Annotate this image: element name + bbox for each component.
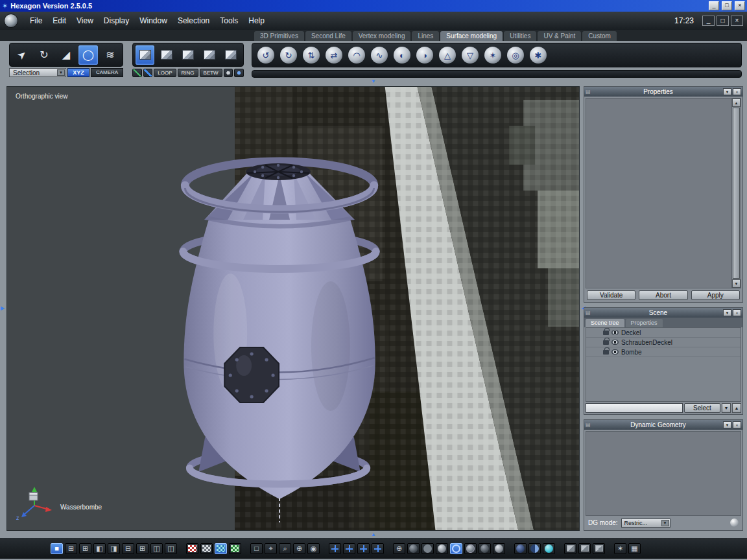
select-button[interactable]: Select (684, 403, 720, 413)
ring-button[interactable]: RING (178, 69, 198, 77)
scene-panel-header[interactable]: ▤ Scene ▼ × (584, 308, 742, 318)
layout-split-vertical-icon[interactable]: ◫ (165, 543, 177, 554)
select-arrow-icon[interactable]: ➤ (12, 45, 32, 65)
menu-display[interactable]: Display (99, 14, 134, 27)
menu-window[interactable]: Window (134, 14, 172, 27)
app-minimize-icon[interactable]: _ (702, 16, 715, 26)
layout-split-right-icon[interactable]: ◨ (108, 543, 120, 554)
betw-button[interactable]: BETW (200, 69, 222, 77)
maximize-icon[interactable]: □ (722, 1, 732, 10)
scrollbar-thumb[interactable] (733, 108, 740, 279)
menu-edit[interactable]: Edit (47, 14, 71, 27)
flat-shade-icon[interactable] (407, 543, 420, 554)
layout-split-vertical-icon[interactable]: ◫ (150, 543, 163, 554)
render-icon[interactable]: ✶ (614, 543, 626, 554)
specular-shade-icon[interactable] (493, 543, 505, 554)
layout-quad-icon[interactable]: ⊞ (79, 543, 91, 554)
zoom-icon[interactable]: ⌕ (279, 543, 291, 554)
title-bar[interactable]: ✶ Hexagon Version 2.5.0.5 _ □ × (0, 0, 747, 12)
scroll-down-icon[interactable]: ▼ (732, 279, 741, 288)
manipulator-rotate-icon[interactable] (343, 543, 355, 554)
zoom-fit-icon[interactable]: ⊕ (293, 543, 305, 554)
tab-utilities[interactable]: Utilities (504, 31, 536, 41)
3d-scene[interactable] (7, 87, 579, 530)
smooth-shade-icon[interactable] (421, 543, 434, 554)
dropdown-arrow-icon[interactable]: ▼ (57, 69, 65, 76)
wireframe-mode-icon[interactable]: ⊕ (393, 543, 405, 554)
dropdown-arrow-icon[interactable]: ▼ (661, 520, 669, 526)
bounding-box-icon[interactable] (564, 543, 576, 554)
marquee-zoom-icon[interactable]: □ (250, 543, 263, 554)
uv-checker-red-icon[interactable] (186, 543, 198, 554)
rotate-select-icon[interactable]: ↻ (34, 45, 54, 65)
apply-button[interactable]: Apply (691, 290, 740, 300)
visibility-eye-icon[interactable] (611, 349, 619, 355)
tab-surface-modeling[interactable]: Surface modeling (440, 31, 503, 41)
circle-select-icon[interactable]: ◯ (78, 45, 98, 65)
loop-button[interactable]: LOOP (154, 69, 176, 77)
surface-tool-icon[interactable]: ∿ (371, 47, 388, 64)
grid-box-icon[interactable] (593, 543, 605, 554)
scroll-up-icon[interactable]: ▲ (732, 99, 741, 107)
surface-tool-icon[interactable]: △ (439, 47, 456, 64)
lasso-select-icon[interactable]: ≋ (101, 45, 120, 65)
textured-shade-icon[interactable] (436, 543, 448, 554)
lock-icon[interactable] (603, 340, 609, 345)
surface-tool-icon[interactable]: ◐ (394, 47, 410, 64)
menu-selection[interactable]: Selection (172, 14, 215, 27)
visibility-eye-icon[interactable] (611, 340, 619, 345)
menu-tools[interactable]: Tools (215, 14, 243, 27)
app-maximize-icon[interactable]: □ (717, 16, 729, 26)
tab-lines[interactable]: Lines (412, 31, 439, 41)
collapse-left-arrow-icon[interactable]: ▶ (1, 306, 5, 311)
ring-select-icon[interactable] (224, 69, 233, 77)
panel-close-icon[interactable]: × (733, 421, 741, 428)
surface-tool-icon[interactable]: ↺ (257, 47, 274, 64)
eye-view-icon[interactable]: ◉ (307, 543, 320, 554)
tree-row[interactable]: Deckel (586, 328, 741, 338)
soft-select-cube-icon[interactable] (136, 45, 154, 65)
manipulator-scale-icon[interactable] (357, 543, 370, 554)
center-view-icon[interactable]: ⌖ (265, 543, 277, 554)
surface-tool-icon[interactable]: ⇄ (326, 47, 342, 64)
minimize-icon[interactable]: _ (709, 1, 719, 10)
surface-tool-icon[interactable]: ↻ (280, 47, 297, 64)
layout-quad-icon[interactable]: ⊞ (136, 543, 148, 554)
properties-panel-header[interactable]: ▤ Properties ▼ × (584, 87, 742, 97)
tab-scene-tree[interactable]: Scene tree (586, 319, 624, 327)
dynamic-geometry-gear-icon[interactable]: ✱ (530, 47, 547, 64)
tree-row[interactable]: Bombe (586, 347, 741, 357)
screen-grid-icon[interactable]: ▦ (628, 543, 641, 554)
paint-grid-icon[interactable] (200, 543, 213, 554)
visibility-eye-icon[interactable] (611, 330, 619, 335)
highlight-display-icon[interactable] (543, 543, 555, 554)
app-close-icon[interactable]: × (731, 16, 743, 26)
tab-3d-primitives[interactable]: 3D Primitives (254, 31, 304, 41)
tab-scene-properties[interactable]: Properties (626, 319, 663, 327)
properties-scrollbar[interactable]: ▲ ▼ (731, 99, 741, 288)
uv-checker-green-icon[interactable] (229, 543, 241, 554)
surface-tool-icon[interactable]: ✶ (484, 47, 501, 64)
menu-help[interactable]: Help (243, 14, 270, 27)
panel-menu-icon[interactable]: ▼ (723, 88, 731, 95)
backface-display-icon[interactable] (514, 543, 527, 554)
brush-icon[interactable] (143, 69, 153, 77)
menu-file[interactable]: File (25, 14, 47, 27)
spin-up-icon[interactable]: ▲ (732, 403, 741, 413)
surface-tool-icon[interactable]: ◠ (348, 47, 365, 64)
soft-select-cube-icon[interactable] (222, 45, 241, 65)
tree-row[interactable]: SchraubenDeckel (586, 338, 741, 347)
wire-overlay-icon[interactable] (450, 543, 462, 554)
surface-tool-icon[interactable]: ◑ (416, 47, 433, 64)
dg-panel-header[interactable]: ▤ Dynamic Geometry ▼ × (584, 420, 742, 430)
tab-custom[interactable]: Custom (582, 31, 616, 41)
surface-tool-icon[interactable]: ◎ (507, 47, 524, 64)
surface-tool-icon[interactable]: ▽ (462, 47, 479, 64)
panel-close-icon[interactable]: × (733, 88, 741, 95)
tab-second-life[interactable]: Second Life (305, 31, 351, 41)
loop-select-icon[interactable] (234, 69, 244, 77)
dg-mode-dropdown[interactable]: Restric... ▼ (621, 519, 670, 528)
layout-split-horizontal-icon[interactable]: ⊟ (122, 543, 134, 554)
close-icon[interactable]: × (735, 1, 745, 10)
camera-button[interactable]: CAMERA (91, 68, 123, 77)
